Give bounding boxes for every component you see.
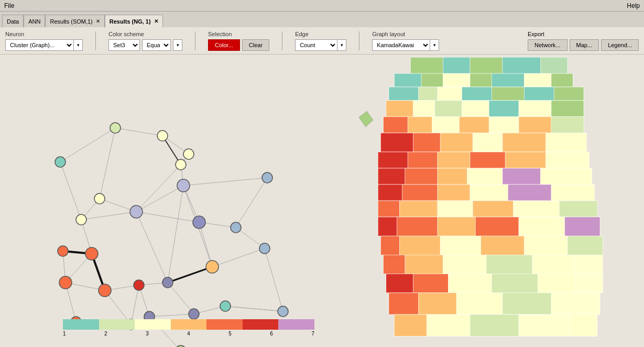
node[interactable] xyxy=(157,131,168,141)
svg-rect-72 xyxy=(438,201,473,217)
node[interactable] xyxy=(231,222,241,233)
export-network-button[interactable]: Network... xyxy=(528,39,567,51)
svg-rect-8 xyxy=(540,57,567,73)
svg-rect-89 xyxy=(567,236,603,255)
legend-label: 3 xyxy=(146,331,149,337)
svg-rect-4 xyxy=(410,57,443,73)
svg-rect-66 xyxy=(470,185,508,201)
svg-rect-71 xyxy=(400,201,438,217)
network-graph[interactable] xyxy=(0,55,377,347)
node[interactable] xyxy=(206,261,219,273)
graph-layout-arrow[interactable]: ▾ xyxy=(430,39,439,51)
node[interactable] xyxy=(183,149,194,159)
svg-rect-35 xyxy=(408,117,432,133)
svg-rect-21 xyxy=(462,87,492,101)
map-panel[interactable] xyxy=(377,55,644,347)
svg-rect-77 xyxy=(378,217,397,236)
graph-layout-select[interactable]: KamadaKawai xyxy=(372,39,430,51)
selection-clear-button[interactable]: Clear xyxy=(242,39,269,51)
svg-rect-98 xyxy=(386,274,413,293)
color-scheme-group: Color scheme Set3 Equal ▾ xyxy=(108,31,182,51)
node[interactable] xyxy=(189,309,199,319)
svg-rect-64 xyxy=(402,185,438,201)
svg-rect-82 xyxy=(565,217,600,236)
node[interactable] xyxy=(177,179,190,192)
node[interactable] xyxy=(278,306,288,317)
svg-rect-68 xyxy=(551,185,595,201)
legend-segment xyxy=(278,319,314,330)
export-legend-button[interactable]: Legend... xyxy=(601,39,639,51)
node[interactable] xyxy=(58,246,68,256)
svg-rect-54 xyxy=(546,152,590,168)
svg-rect-11 xyxy=(421,73,443,87)
node[interactable] xyxy=(176,159,186,170)
node[interactable] xyxy=(259,243,270,254)
tab-results-som[interactable]: Results (SOM,1) ✕ xyxy=(45,15,104,27)
node[interactable] xyxy=(85,247,98,260)
node[interactable] xyxy=(76,214,86,225)
svg-rect-107 xyxy=(456,293,503,315)
sep3 xyxy=(282,31,282,50)
svg-rect-65 xyxy=(438,185,470,201)
node[interactable] xyxy=(134,280,144,290)
svg-rect-102 xyxy=(538,274,575,293)
legend-segment xyxy=(243,319,279,330)
selection-row: Color... Clear xyxy=(208,39,269,51)
node[interactable] xyxy=(94,193,105,204)
svg-rect-78 xyxy=(397,217,438,236)
svg-rect-7 xyxy=(503,57,540,73)
graph-layout-wrapper: KamadaKawai ▾ xyxy=(372,39,439,51)
neuron-select[interactable]: Cluster (Graph)... xyxy=(5,39,73,51)
neuron-arrow[interactable]: ▾ xyxy=(73,39,83,51)
node[interactable] xyxy=(262,172,272,183)
node[interactable] xyxy=(55,157,66,167)
tab-data[interactable]: Data xyxy=(2,15,24,27)
svg-rect-93 xyxy=(443,255,486,274)
neuron-group: Neuron Cluster (Graph)... ▾ xyxy=(5,31,83,51)
legend-segment xyxy=(171,319,207,330)
menu-help[interactable]: Help xyxy=(627,2,640,9)
color-scheme-option-select[interactable]: Equal xyxy=(142,39,171,51)
tab-results-ng-close[interactable]: ✕ xyxy=(154,18,158,24)
node[interactable] xyxy=(130,205,143,218)
tab-ann[interactable]: ANN xyxy=(24,15,45,27)
svg-rect-91 xyxy=(384,255,405,274)
svg-rect-37 xyxy=(459,117,489,133)
svg-rect-105 xyxy=(389,293,419,315)
svg-rect-20 xyxy=(438,87,462,101)
color-scheme-select[interactable]: Set3 xyxy=(108,39,140,51)
svg-rect-80 xyxy=(475,217,519,236)
legend-segment xyxy=(99,319,135,330)
svg-rect-14 xyxy=(492,73,524,87)
svg-rect-61 xyxy=(540,168,592,185)
node[interactable] xyxy=(193,216,205,229)
tab-results-ng[interactable]: Results (NG, 1) ✕ xyxy=(105,15,163,27)
legend-label: 4 xyxy=(187,331,190,337)
selection-color-button[interactable]: Color... xyxy=(208,39,240,51)
node[interactable] xyxy=(220,301,231,311)
export-map-button[interactable]: Map... xyxy=(570,39,599,51)
svg-rect-50 xyxy=(408,152,438,168)
edge-select[interactable]: Count xyxy=(295,39,337,51)
node[interactable] xyxy=(99,284,111,297)
svg-rect-36 xyxy=(432,117,460,133)
legend-labels: 1234567 xyxy=(63,331,314,337)
svg-rect-106 xyxy=(419,293,456,315)
svg-rect-10 xyxy=(394,73,421,87)
edge-arrow[interactable]: ▾ xyxy=(337,39,346,51)
tab-results-som-close[interactable]: ✕ xyxy=(96,18,100,24)
svg-rect-114 xyxy=(519,315,570,336)
menu-file[interactable]: File xyxy=(4,2,14,9)
color-option-arrow[interactable]: ▾ xyxy=(173,39,182,51)
network-panel: 1234567 xyxy=(0,55,377,347)
legend-segment xyxy=(206,319,243,330)
svg-rect-112 xyxy=(427,315,470,336)
node[interactable] xyxy=(110,123,121,133)
svg-rect-45 xyxy=(473,133,503,152)
svg-rect-39 xyxy=(519,117,551,133)
node[interactable] xyxy=(162,277,173,288)
tab-results-ng-label: Results (NG, 1) xyxy=(110,18,151,25)
node[interactable] xyxy=(59,276,72,289)
svg-rect-52 xyxy=(470,152,505,168)
legend-bar: 1234567 xyxy=(63,319,314,337)
